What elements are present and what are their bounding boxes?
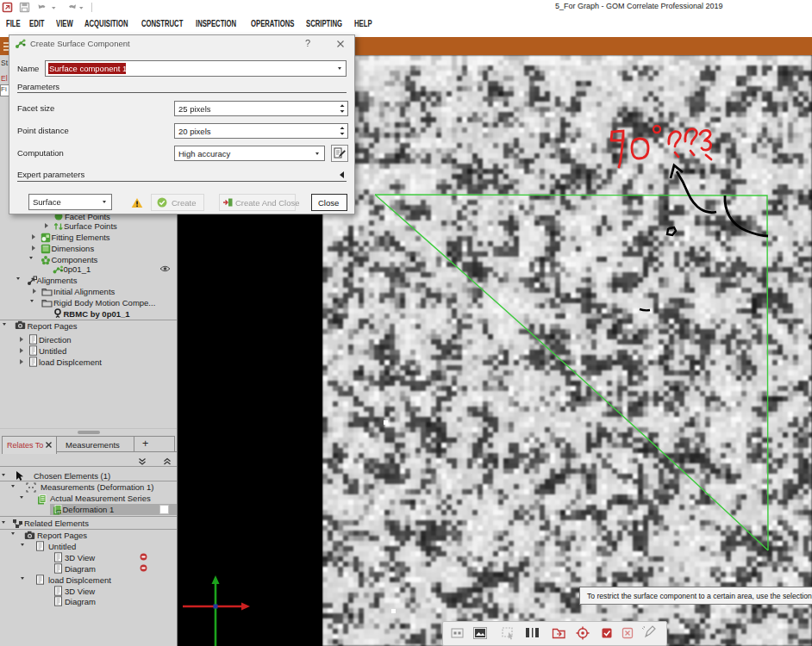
svg-text:zz: zz xyxy=(57,510,61,514)
